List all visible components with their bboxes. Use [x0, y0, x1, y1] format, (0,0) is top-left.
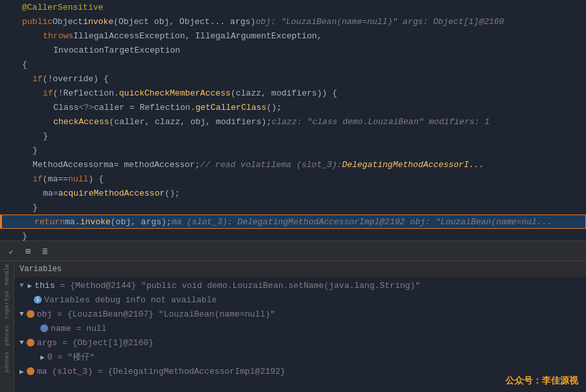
step-icon[interactable]: ↙ — [5, 245, 17, 257]
code-line: Class <?> caller = Reflection. getCaller… — [0, 100, 586, 114]
var-text: name = null — [51, 324, 107, 333]
code-line: { — [0, 57, 586, 72]
code-token: IllegalAccessException, IllegalArgumentE… — [73, 31, 322, 41]
code-token: return — [34, 217, 65, 227]
variable-row-ma[interactable]: ▶ ma (slot_3) = {DelegatingMethodAccesso… — [14, 364, 586, 378]
code-token: } — [33, 146, 38, 155]
variable-row-args[interactable]: ▼ args = {Object[1]@2160} — [14, 335, 586, 350]
code-token: } — [43, 131, 48, 141]
var-name-this: this = {Method@2144} "public void demo.L… — [34, 281, 420, 291]
code-token: (Object obj, Object... args) — [113, 17, 255, 27]
variables-title: Variables — [20, 265, 62, 274]
field-icon — [40, 324, 48, 332]
code-token: this — [34, 281, 55, 291]
code-token: MethodAccessor — [33, 160, 103, 170]
expand-arrow: ▶ — [40, 353, 45, 361]
code-token: = {LouzaiBean@2107} "LouzaiBean(name=nul… — [57, 309, 275, 319]
var-text: obj = {LouzaiBean@2107} "LouzaiBean(name… — [37, 309, 276, 319]
watermark: 公众号：李佳源视 — [505, 375, 578, 387]
code-token: invoke — [80, 217, 111, 227]
expand-arrow: ▶ — [20, 367, 24, 376]
expand-arrow: ▼ — [20, 339, 24, 346]
object-icon — [27, 339, 34, 346]
code-editor: @CallerSensitive public Object invoke (O… — [0, 0, 586, 241]
code-line: if (!Reflection. quickCheckMemberAccess … — [0, 86, 586, 100]
code-token: ma — [103, 160, 114, 170]
code-token: ( — [43, 174, 48, 184]
code-token: // read volatile — [200, 160, 281, 170]
code-token: if — [33, 74, 43, 84]
debug-toolbar: ↙ ⊞ ≣ — [0, 241, 586, 261]
code-token: = methodAccessor; — [114, 160, 200, 170]
handle-label: yAcces — [4, 325, 10, 346]
code-token: } — [33, 203, 38, 213]
code-token: InvocationTargetException — [53, 46, 180, 55]
code-token: (caller, clazz, obj, modifiers); — [109, 117, 272, 127]
code-token: obj: "LouzaiBean(name=null)" args: Objec… — [256, 17, 504, 27]
code-line: throws IllegalAccessException, IllegalAr… — [0, 29, 586, 43]
code-token: @CallerSensitive — [22, 3, 103, 12]
code-token: null — [68, 174, 88, 184]
code-token: = {DelegatingMethodAccessorImpl@2192} — [98, 367, 286, 376]
code-token: Object — [53, 17, 83, 27]
code-token: getCallerClass — [195, 103, 266, 112]
code-token: = — [53, 189, 59, 198]
code-token: name — [51, 324, 71, 333]
active-code-line: return ma . invoke (obj, args); ma (slot… — [0, 215, 586, 229]
variables-panel: Handle ropertyA yAcces yAcces Variables … — [0, 261, 586, 392]
code-token: throws — [43, 31, 73, 41]
variable-row-args-0: ▶ 0 = "楼仔" — [14, 350, 586, 364]
code-token: ma (slot_3): DelegatingMethodAccessorImp… — [172, 217, 552, 227]
variable-row-name: name = null — [14, 321, 586, 335]
code-token: ma — [65, 217, 75, 227]
code-token: ma — [43, 189, 53, 198]
code-token: args — [37, 338, 57, 348]
code-token: = {Object[1]@2160} — [62, 338, 153, 348]
code-token: = null — [76, 324, 107, 333]
code-token: acquireMethodAccessor — [58, 189, 165, 198]
grid-icon[interactable]: ⊞ — [22, 245, 34, 257]
code-token: clazz: "class demo.LouzaiBean" modifiers… — [271, 117, 489, 127]
code-line: } — [0, 229, 586, 241]
code-token: invoke — [83, 17, 114, 27]
code-line: } — [0, 129, 586, 143]
code-token: obj — [37, 309, 52, 319]
code-line: if ( ma == null ) { — [0, 172, 586, 186]
code-line: } — [0, 200, 586, 215]
variable-row-this[interactable]: ▼ ▶ this = {Method@2144} "public void de… — [14, 278, 586, 293]
code-token: caller = Reflection. — [94, 103, 195, 112]
code-token: . — [75, 217, 80, 227]
code-token: (!override) { — [43, 74, 109, 84]
code-line: ma = acquireMethodAccessor (); — [0, 186, 586, 200]
code-token: quickCheckMemberAccess — [119, 88, 231, 98]
list-icon[interactable]: ≣ — [39, 245, 51, 257]
handle-label: ropertyA — [4, 291, 10, 319]
handle-label: Handle — [4, 264, 10, 285]
code-token: checkAccess — [53, 117, 109, 127]
code-token: == — [58, 174, 68, 184]
code-token: = {Method@2144} "public void demo.Louzai… — [60, 281, 420, 291]
code-token: = "楼仔" — [57, 352, 94, 362]
code-token: (); — [165, 189, 180, 198]
filter-icon: ▼ — [20, 281, 24, 289]
info-icon: i — [34, 296, 42, 304]
code-token: } — [22, 231, 27, 241]
code-token: { — [22, 60, 27, 70]
code-line: MethodAccessor ma = methodAccessor; // r… — [0, 157, 586, 172]
code-line: } — [0, 143, 586, 157]
expand-arrow: ▼ — [20, 310, 24, 318]
code-token: DelegatingMethodAccessorI... — [342, 160, 484, 170]
object-icon — [27, 367, 34, 375]
code-token: <?> — [79, 103, 94, 112]
variables-list: ▼ ▶ this = {Method@2144} "public void de… — [14, 277, 586, 380]
var-text: args = {Object[1]@2160} — [37, 338, 153, 348]
code-token: (); — [267, 103, 282, 112]
variable-row-obj[interactable]: ▼ obj = {LouzaiBean@2107} "LouzaiBean(na… — [14, 307, 586, 321]
var-text: 0 = "楼仔" — [47, 351, 95, 363]
object-icon — [27, 310, 34, 318]
handle-label: yAcces — [4, 352, 10, 372]
code-token: ma (slot_3) — [37, 367, 93, 376]
code-token: 0 — [47, 352, 53, 362]
var-text: ma (slot_3) = {DelegatingMethodAccessorI… — [37, 367, 286, 376]
debug-info-text: Variables debug info not available — [44, 295, 217, 305]
